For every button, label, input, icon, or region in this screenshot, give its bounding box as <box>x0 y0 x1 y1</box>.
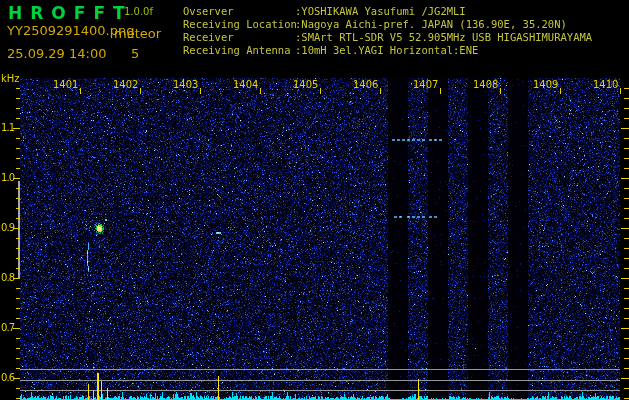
meteor-count: 5 <box>131 46 139 61</box>
time-tick-label: 1403 <box>173 79 198 90</box>
info-value: :YOSHIKAWA Yasufumi /JG2MLI <box>295 5 466 18</box>
station-info: Ovserver :YOSHIKAWA Yasufumi /JG2MLI Rec… <box>183 5 592 57</box>
time-tick-label: 1402 <box>113 79 138 90</box>
freq-tick-label: 0.8 <box>0 272 14 283</box>
time-tick-label: 1401 <box>53 79 78 90</box>
info-row-location: Receiving Location :Nagoya Aichi-pref. J… <box>183 18 592 31</box>
time-tick-label: 1405 <box>293 79 318 90</box>
info-row-receiver: Receiver :SMArt RTL-SDR V5 52.905MHz USB… <box>183 31 592 44</box>
app-version: 1.0.0f <box>124 6 153 17</box>
time-tick-label: 1404 <box>233 79 258 90</box>
freq-tick-label: 0.7 <box>0 322 14 333</box>
info-row-observer: Ovserver :YOSHIKAWA Yasufumi /JG2MLI <box>183 5 592 18</box>
time-tick-label: 1408 <box>473 79 498 90</box>
mode-label: meteor <box>114 26 161 41</box>
freq-axis-unit: kHz <box>1 73 20 84</box>
info-value: :10mH 3el.YAGI Horizontal:ENE <box>295 44 478 57</box>
time-tick-label: 1410 <box>593 79 618 90</box>
info-label: Ovserver <box>183 5 295 18</box>
info-value: :Nagoya Aichi-pref. JAPAN (136.90E, 35.2… <box>295 18 567 31</box>
time-tick-label: 1409 <box>533 79 558 90</box>
freq-tick-label: 1.0 <box>0 172 14 183</box>
info-label: Receiver <box>183 31 295 44</box>
info-value: :SMArt RTL-SDR V5 52.905MHz USB HIGASHIM… <box>295 31 592 44</box>
hrofft-window: HROFFT 1.0.0f YY2509291400.png meteor 25… <box>0 0 629 400</box>
info-row-antenna: Receiving Antenna :10mH 3el.YAGI Horizon… <box>183 44 592 57</box>
info-label: Receiving Location <box>183 18 295 31</box>
freq-tick-label: 1.1 <box>0 122 14 133</box>
freq-tick-label: 0.6 <box>0 372 14 383</box>
datetime-label: 25.09.29 14:00 <box>7 46 107 61</box>
info-label: Receiving Antenna <box>183 44 295 57</box>
freq-tick-label: 0.9 <box>0 222 14 233</box>
time-tick-label: 1406 <box>353 79 378 90</box>
app-title: HROFFT <box>8 3 133 23</box>
time-tick-label: 1407 <box>413 79 438 90</box>
